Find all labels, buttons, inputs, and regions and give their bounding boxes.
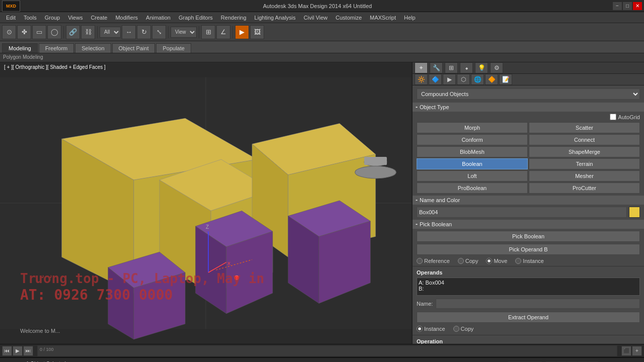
panel-icon-motion[interactable]: ⬥ bbox=[460, 62, 473, 73]
radio-copy-circle bbox=[458, 258, 464, 264]
object-type-label: Object Type bbox=[420, 104, 449, 110]
boolean-btn[interactable]: Boolean bbox=[417, 158, 528, 169]
operand-name-label: Name: bbox=[417, 301, 433, 307]
panel-sub-icon-5[interactable]: 🌐 bbox=[471, 74, 484, 85]
panel-sub-icon-6[interactable]: 🔶 bbox=[485, 74, 498, 85]
object-type-content: AutoGrid Morph Scatter Conform Connect B… bbox=[413, 112, 644, 196]
viewport-label: [ + ][ Orthographic ][ Shaded + Edged Fa… bbox=[4, 64, 106, 70]
filter-dropdown[interactable]: All bbox=[100, 27, 121, 38]
radio-instance[interactable]: Instance bbox=[515, 258, 544, 264]
anim-next-frame[interactable]: ⏭ bbox=[23, 346, 33, 356]
menu-tools[interactable]: Tools bbox=[20, 14, 41, 22]
color-swatch[interactable] bbox=[629, 207, 640, 218]
menu-help[interactable]: Help bbox=[400, 14, 420, 22]
pick-collapse[interactable]: - bbox=[416, 221, 418, 228]
anim-prev-frame[interactable]: ⏮ bbox=[2, 346, 12, 356]
anim-key-btn[interactable]: ⬛ bbox=[621, 346, 631, 356]
tool-lasso[interactable]: ◯ bbox=[47, 25, 61, 39]
tool-snap[interactable]: ⊞ bbox=[201, 25, 215, 39]
name-input[interactable] bbox=[417, 207, 627, 218]
panel-sub-icon-1[interactable]: 🔆 bbox=[415, 74, 428, 85]
radio-move-label: Move bbox=[494, 258, 507, 264]
tool-move-btn[interactable]: ↔ bbox=[122, 25, 136, 39]
operand-name-field[interactable] bbox=[436, 299, 640, 309]
extract-operand-btn[interactable]: Extract Operand bbox=[417, 312, 640, 323]
proboolean-btn[interactable]: ProBoolean bbox=[417, 183, 528, 194]
tool-angle-snap[interactable]: ∠ bbox=[216, 25, 230, 39]
radio-copy[interactable]: Copy bbox=[458, 258, 478, 264]
operands-panel: Operands A: Box004 B: Name: Extract Oper… bbox=[413, 266, 644, 335]
procutter-btn[interactable]: ProCutter bbox=[529, 183, 640, 194]
tool-render2[interactable]: 🖼 bbox=[250, 25, 264, 39]
menu-rendering[interactable]: Rendering bbox=[217, 14, 251, 22]
minimize-button[interactable]: − bbox=[613, 2, 622, 10]
radio-copy-label: Copy bbox=[465, 258, 478, 264]
tab-object-paint[interactable]: Object Paint bbox=[112, 43, 155, 53]
object-type-collapse[interactable]: - bbox=[416, 104, 418, 111]
autogrid-checkbox[interactable] bbox=[610, 114, 616, 120]
tab-modeling[interactable]: Modeling bbox=[2, 43, 38, 53]
panel-icon-hierarchy[interactable]: ⊞ bbox=[445, 62, 458, 73]
radio-operand-copy[interactable]: Copy bbox=[453, 326, 474, 332]
loft-btn[interactable]: Loft bbox=[417, 170, 528, 182]
tool-select[interactable]: ⊙ bbox=[2, 25, 16, 39]
menu-create[interactable]: Create bbox=[87, 14, 111, 22]
operand-copy-label: Copy bbox=[461, 326, 474, 332]
tool-rect-select[interactable]: ▭ bbox=[32, 25, 46, 39]
tool-link[interactable]: 🔗 bbox=[66, 25, 80, 39]
connect-btn[interactable]: Connect bbox=[529, 134, 640, 145]
name-color-header: - Name and Color bbox=[413, 196, 644, 205]
mesher-btn[interactable]: Mesher bbox=[529, 170, 640, 182]
panel-icon-display[interactable]: 💡 bbox=[475, 62, 488, 73]
maximize-button[interactable]: □ bbox=[623, 2, 632, 10]
menu-views[interactable]: Views bbox=[64, 14, 87, 22]
menu-customize[interactable]: Customize bbox=[332, 14, 366, 22]
morph-btn[interactable]: Morph bbox=[417, 122, 528, 133]
scatter-btn[interactable]: Scatter bbox=[529, 122, 640, 133]
viewport[interactable]: [ + ][ Orthographic ][ Shaded + Edged Fa… bbox=[0, 62, 413, 344]
menu-graph-editors[interactable]: Graph Editors bbox=[175, 14, 217, 22]
panel-icon-modify[interactable]: 🔧 bbox=[430, 62, 443, 73]
tab-selection[interactable]: Selection bbox=[75, 43, 111, 53]
radio-operand-instance[interactable]: Instance bbox=[417, 326, 445, 332]
conform-btn[interactable]: Conform bbox=[417, 134, 528, 145]
anim-play[interactable]: ▶ bbox=[13, 346, 23, 356]
name-color-collapse[interactable]: - bbox=[416, 197, 418, 204]
tool-rotate[interactable]: ↻ bbox=[137, 25, 151, 39]
compound-dropdown[interactable]: Compound Objects bbox=[417, 88, 640, 100]
menu-lighting[interactable]: Lighting Analysis bbox=[251, 14, 300, 22]
menu-maxscript[interactable]: MAXScript bbox=[366, 14, 400, 22]
timeline[interactable]: 0 / 100 bbox=[37, 345, 617, 356]
toolbar-sep-3 bbox=[168, 26, 169, 38]
view-dropdown[interactable]: View bbox=[171, 27, 197, 38]
tool-unlink[interactable]: ⛓ bbox=[81, 25, 95, 39]
menu-civil[interactable]: Civil View bbox=[300, 14, 332, 22]
svg-rect-28 bbox=[364, 157, 387, 165]
pick-operand-btn[interactable]: Pick Operand B bbox=[417, 244, 640, 255]
panel-sub-icon-2[interactable]: 🔷 bbox=[429, 74, 442, 85]
tab-freeform[interactable]: Freeform bbox=[39, 43, 74, 53]
pick-boolean-btn[interactable]: Pick Boolean bbox=[417, 231, 640, 242]
operands-box: A: Box004 B: bbox=[417, 278, 640, 296]
close-button[interactable]: ✕ bbox=[633, 2, 642, 10]
window-controls[interactable]: − □ ✕ bbox=[613, 2, 642, 10]
panel-sub-icon-4[interactable]: ⬡ bbox=[457, 74, 470, 85]
radio-reference[interactable]: Reference bbox=[417, 258, 450, 264]
anim-add-key[interactable]: + bbox=[632, 346, 642, 356]
menu-animation[interactable]: Animation bbox=[142, 14, 175, 22]
tool-move[interactable]: ✤ bbox=[17, 25, 31, 39]
panel-sub-icon-7[interactable]: 📝 bbox=[499, 74, 512, 85]
shapemerge-btn[interactable]: ShapeMerge bbox=[529, 146, 640, 157]
menu-group[interactable]: Group bbox=[41, 14, 64, 22]
panel-sub-icon-3[interactable]: ▶ bbox=[443, 74, 456, 85]
radio-move[interactable]: Move bbox=[486, 258, 507, 264]
tool-render[interactable]: ▶ bbox=[235, 25, 249, 39]
menu-modifiers[interactable]: Modifiers bbox=[111, 14, 142, 22]
tool-scale[interactable]: ⤡ bbox=[152, 25, 166, 39]
panel-icon-create[interactable]: ✦ bbox=[415, 62, 428, 73]
panel-icon-utilities[interactable]: ⚙ bbox=[490, 62, 503, 73]
terrain-btn[interactable]: Terrain bbox=[529, 158, 640, 169]
blobmesh-btn[interactable]: BlobMesh bbox=[417, 146, 528, 157]
menu-edit[interactable]: Edit bbox=[2, 14, 20, 22]
tab-populate[interactable]: Populate bbox=[156, 43, 191, 53]
